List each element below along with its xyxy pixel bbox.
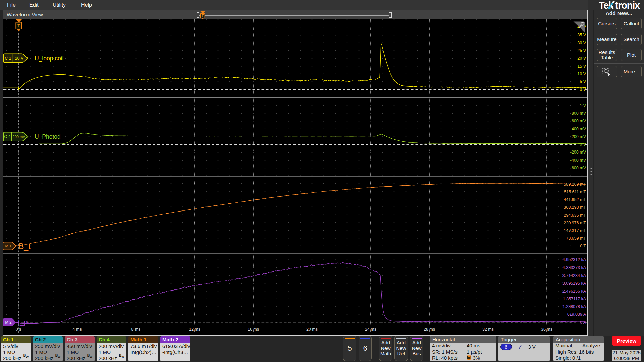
svg-text:U_Photod: U_Photod [35, 133, 61, 140]
svg-text:0 V: 0 V [580, 87, 586, 92]
svg-text:619.039 A: 619.039 A [567, 312, 586, 317]
svg-text:-400 mV: -400 mV [570, 158, 586, 163]
svg-text:0 s: 0 s [16, 327, 21, 332]
svg-text:3.095195 kA: 3.095195 kA [562, 281, 586, 286]
svg-text:73.659 mT: 73.659 mT [566, 236, 586, 241]
svg-text:147.317 mT: 147.317 mT [564, 228, 586, 233]
svg-text:M 2: M 2 [5, 320, 11, 324]
svg-text:15 V: 15 V [577, 64, 586, 69]
svg-text:0 A: 0 A [580, 320, 586, 325]
svg-text:400 mV: 400 mV [572, 127, 586, 131]
svg-text:5 V: 5 V [580, 79, 586, 84]
svg-text:25 V: 25 V [577, 48, 586, 53]
svg-text:tronix: tronix [615, 0, 640, 10]
svg-text:20 ms: 20 ms [306, 327, 318, 332]
svg-text:4.952312 kA: 4.952312 kA [562, 257, 586, 262]
svg-text:16 ms: 16 ms [248, 327, 259, 332]
svg-text:T: T [468, 356, 470, 360]
svg-text:4 ms: 4 ms [72, 327, 82, 332]
svg-text:20 V: 20 V [577, 56, 586, 61]
svg-text:8 ms: 8 ms [131, 327, 140, 332]
svg-text:T: T [202, 14, 204, 18]
svg-text:20 V: 20 V [15, 56, 24, 61]
svg-text:U_loop,coil: U_loop,coil [35, 55, 64, 62]
svg-text:12 ms: 12 ms [189, 327, 200, 332]
svg-text:0 T: 0 T [580, 244, 586, 248]
svg-text:30 V: 30 V [577, 41, 586, 45]
svg-text:1.857117 kA: 1.857117 kA [563, 297, 586, 301]
svg-text:441.952 mT: 441.952 mT [564, 197, 586, 202]
svg-text:800 mV: 800 mV [572, 111, 586, 116]
svg-text:I_p: I_p [18, 318, 28, 326]
svg-text:35 V: 35 V [577, 33, 586, 37]
svg-text:C 4: C 4 [4, 134, 11, 139]
svg-text:220.976 mT: 220.976 mT [564, 221, 586, 225]
svg-text:1 V: 1 V [580, 103, 586, 108]
svg-text:32 ms: 32 ms [482, 327, 494, 332]
svg-text:28 ms: 28 ms [424, 327, 435, 332]
svg-text:Te: Te [599, 0, 609, 10]
svg-text:B_t: B_t [19, 242, 31, 251]
svg-text:589.269 mT: 589.269 mT [564, 182, 586, 187]
svg-text:10 V: 10 V [577, 72, 586, 76]
svg-text:368.293 mT: 368.293 mT [564, 205, 586, 210]
svg-text:-200 mV: -200 mV [570, 150, 586, 155]
svg-text:4.333273 kA: 4.333273 kA [562, 265, 586, 270]
svg-text:T: T [17, 23, 20, 28]
svg-text:294.635 mT: 294.635 mT [564, 213, 586, 218]
svg-text:3.714234 kA: 3.714234 kA [562, 273, 586, 278]
svg-text:200 mV: 200 mV [572, 134, 586, 139]
svg-text:0 V: 0 V [580, 142, 586, 147]
svg-text:-600 mV: -600 mV [570, 166, 586, 170]
svg-text:C 1: C 1 [5, 56, 11, 61]
svg-text:515.611 mT: 515.611 mT [564, 190, 586, 194]
svg-text:600 mV: 600 mV [572, 119, 586, 123]
svg-text:200 mV: 200 mV [13, 135, 26, 139]
svg-text:1.238078 kA: 1.238078 kA [562, 304, 586, 309]
svg-text:M 1: M 1 [5, 244, 11, 248]
svg-text:2.476156 kA: 2.476156 kA [562, 289, 586, 294]
svg-text:24 ms: 24 ms [365, 327, 376, 332]
svg-text:36 ms: 36 ms [541, 327, 552, 332]
